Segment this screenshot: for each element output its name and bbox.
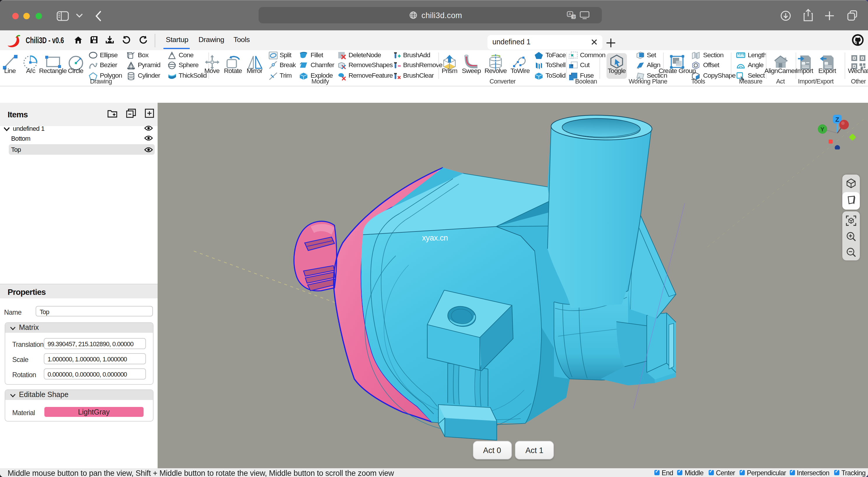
svg-text:文: 文 (572, 14, 576, 19)
svg-text:Y: Y (820, 126, 825, 132)
svg-text:Z: Z (835, 116, 839, 123)
svg-text:A: A (568, 11, 571, 16)
